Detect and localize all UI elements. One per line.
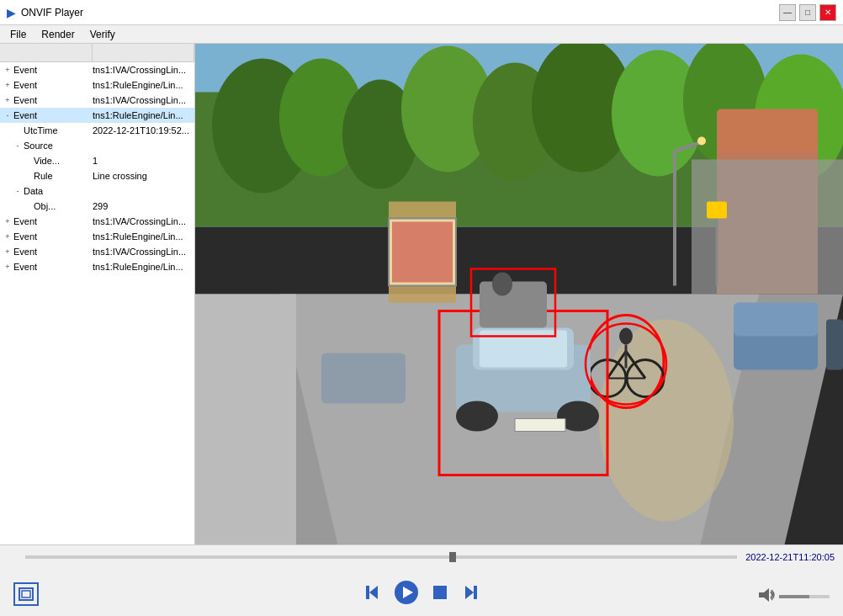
- svg-rect-15: [717, 109, 818, 151]
- tree-item-name: Event: [13, 231, 89, 242]
- tree-expand-btn[interactable]: +: [2, 96, 13, 104]
- menubar: File Render Verify: [0, 25, 843, 44]
- tree-row[interactable]: - Data: [0, 183, 194, 199]
- tree-expand-btn[interactable]: +: [2, 66, 13, 74]
- tree-item-value: tns1:IVA/CrossingLin...: [89, 216, 191, 226]
- tree-header: [0, 44, 194, 62]
- svg-point-37: [456, 401, 498, 432]
- svg-rect-17: [195, 295, 296, 545]
- svg-marker-52: [369, 586, 378, 599]
- volume-slider[interactable]: [779, 595, 830, 598]
- tree-item-name: Event: [13, 80, 89, 90]
- tree-item-name: UtcTime: [24, 125, 89, 135]
- tree-item-value: tns1:RuleEngine/Lin...: [89, 110, 191, 120]
- to-end-icon: [460, 582, 480, 603]
- tree-row[interactable]: Obj... 299: [0, 199, 194, 214]
- video-panel: [195, 44, 843, 544]
- tree-item-name: Data: [24, 186, 89, 196]
- tree-item-value: 2022-12-21T10:19:52...: [89, 125, 191, 135]
- window-controls: — □ ✕: [779, 4, 836, 21]
- tree-expand-btn[interactable]: +: [2, 217, 13, 226]
- tree-row[interactable]: - Event tns1:RuleEngine/Lin...: [0, 108, 194, 123]
- video-canvas: [195, 44, 843, 544]
- svg-rect-53: [366, 586, 369, 599]
- menu-render[interactable]: Render: [34, 27, 81, 42]
- tree-row[interactable]: + Event tns1:RuleEngine/Lin...: [0, 77, 194, 93]
- tree-item-value: tns1:RuleEngine/Lin...: [89, 80, 191, 90]
- tree-row[interactable]: + Event tns1:RuleEngine/Lin...: [0, 229, 194, 244]
- play-icon: [394, 580, 419, 605]
- timeline-bar: 2022-12-21T11:20:05: [0, 545, 843, 569]
- event-tree-panel: + Event tns1:IVA/CrossingLin... + Event …: [0, 44, 195, 544]
- timestamp: 2022-12-21T11:20:05: [745, 552, 835, 562]
- controls-bar: [0, 569, 843, 616]
- tree-item-name: Event: [13, 247, 89, 257]
- fullscreen-button[interactable]: [13, 582, 39, 606]
- speaker-icon: [757, 587, 776, 603]
- titlebar: ▶ ONVIF Player — □ ✕: [0, 0, 843, 25]
- tree-item-name: Event: [13, 262, 89, 272]
- svg-marker-57: [465, 586, 474, 599]
- tree-row[interactable]: + Event tns1:IVA/CrossingLin...: [0, 244, 194, 259]
- tree-item-name: Vide...: [34, 156, 89, 166]
- tree-row[interactable]: - Source: [0, 138, 194, 153]
- tree-item-value: tns1:RuleEngine/Lin...: [89, 262, 191, 272]
- tree-body: + Event tns1:IVA/CrossingLin... + Event …: [0, 62, 194, 274]
- tree-expand-btn[interactable]: +: [2, 247, 13, 256]
- tree-item-value: tns1:RuleEngine/Lin...: [89, 231, 191, 242]
- timeline-thumb[interactable]: [449, 552, 456, 562]
- stop-button[interactable]: [425, 577, 455, 608]
- app-icon: ▶: [7, 6, 16, 19]
- tree-row[interactable]: + Event tns1:IVA/CrossingLin...: [0, 93, 194, 108]
- svg-rect-20: [392, 222, 453, 283]
- volume-area: [757, 587, 830, 606]
- tree-item-value: tns1:IVA/CrossingLin...: [89, 247, 191, 257]
- tree-row[interactable]: Vide... 1: [0, 153, 194, 168]
- tree-item-name: Obj...: [34, 201, 89, 211]
- scene-svg: [195, 44, 843, 544]
- to-start-icon: [363, 582, 383, 603]
- svg-rect-41: [480, 282, 547, 328]
- menu-file[interactable]: File: [3, 27, 33, 42]
- tree-expand-btn[interactable]: -: [2, 111, 13, 119]
- col-val-header: [93, 44, 194, 61]
- tree-expand-btn[interactable]: -: [12, 141, 24, 150]
- tree-expand-btn[interactable]: +: [2, 232, 13, 241]
- svg-rect-56: [433, 586, 447, 599]
- tree-item-value: tns1:IVA/CrossingLin...: [89, 95, 191, 105]
- close-button[interactable]: ✕: [819, 4, 836, 21]
- svg-rect-23: [826, 320, 843, 370]
- tree-item-name: Event: [13, 95, 89, 105]
- tree-item-name: Event: [13, 216, 89, 226]
- tree-row[interactable]: + Event tns1:IVA/CrossingLin...: [0, 214, 194, 229]
- svg-point-13: [599, 320, 734, 522]
- tree-row[interactable]: UtcTime 2022-12-21T10:19:52...: [0, 123, 194, 138]
- svg-rect-16: [692, 160, 843, 295]
- svg-rect-48: [707, 202, 727, 219]
- tree-item-value: tns1:IVA/CrossingLin...: [89, 65, 191, 75]
- tree-expand-btn[interactable]: -: [12, 187, 24, 195]
- tree-row[interactable]: + Event tns1:IVA/CrossingLin...: [0, 62, 194, 77]
- svg-marker-59: [759, 588, 769, 602]
- tree-item-name: Event: [13, 110, 89, 120]
- minimize-button[interactable]: —: [779, 4, 796, 21]
- timeline-slider[interactable]: [25, 555, 737, 559]
- maximize-button[interactable]: □: [799, 4, 816, 21]
- fullscreen-icon: [19, 587, 34, 601]
- tree-row[interactable]: Rule Line crossing: [0, 168, 194, 183]
- svg-rect-51: [22, 591, 30, 597]
- tree-row[interactable]: + Event tns1:RuleEngine/Lin...: [0, 259, 194, 274]
- play-button[interactable]: [388, 574, 425, 611]
- to-end-button[interactable]: [455, 577, 485, 608]
- menu-verify[interactable]: Verify: [83, 27, 122, 42]
- svg-point-46: [697, 137, 706, 146]
- tree-item-name: Event: [13, 65, 89, 75]
- tree-expand-btn[interactable]: +: [2, 263, 13, 271]
- to-start-button[interactable]: [358, 577, 388, 608]
- svg-rect-58: [474, 586, 477, 599]
- tree-item-value: Line crossing: [89, 171, 191, 181]
- tree-expand-btn[interactable]: +: [2, 81, 13, 89]
- tree-item-name: Rule: [34, 171, 89, 181]
- volume-icon: [757, 587, 776, 606]
- svg-rect-39: [515, 419, 565, 432]
